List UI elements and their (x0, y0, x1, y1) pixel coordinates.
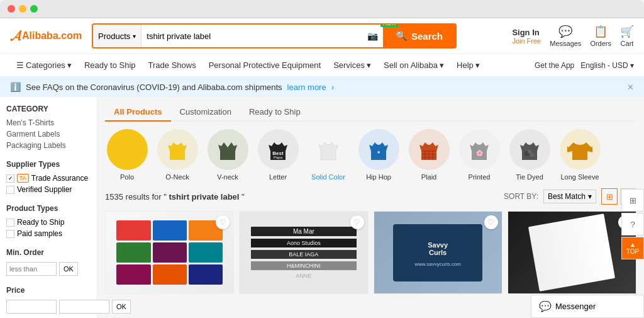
float-help-button[interactable]: ? (621, 213, 644, 236)
cart-icon: 🛒 (620, 25, 634, 38)
search-button[interactable]: 🔍 Search (383, 25, 455, 47)
verified-supplier-checkbox[interactable] (6, 186, 14, 194)
nav-categories-label: Categories (26, 60, 65, 70)
language-selector[interactable]: English - USD ▾ (580, 61, 634, 70)
covid-banner: ℹ️ See FAQs on the Coronavirus (COVID-19… (0, 77, 644, 97)
svg-text:🌸: 🌸 (476, 149, 484, 157)
category-plaid-label: Plaid (421, 173, 436, 181)
float-grid-button[interactable]: ⊞ (621, 189, 644, 212)
product-image: SavvyCurls www.savvycurls.com (374, 212, 502, 293)
sidebar-packaging-labels[interactable]: Packaging Labels (6, 141, 91, 150)
category-oneck-label: O-Neck (165, 173, 189, 181)
category-longsleeve[interactable]: Long Sleeve (558, 129, 602, 181)
join-free-label: Join Free (512, 37, 541, 45)
product-card[interactable]: Ma Mar Aono Studios BALE IAGA H&MINCHINI… (239, 211, 368, 294)
banner-learn-more-link[interactable]: learn more (287, 82, 326, 92)
category-printed-circle: 🌸 (459, 129, 500, 170)
min-order-input[interactable] (6, 262, 57, 276)
tab-all-products[interactable]: All Products (105, 103, 171, 122)
search-dropdown[interactable]: Products ▾ (93, 25, 142, 47)
window-close-dot[interactable] (8, 5, 15, 13)
min-order-section: Min. Order OK (6, 248, 91, 276)
messages-button[interactable]: 💬 Messages (550, 25, 581, 47)
logo-area[interactable]: 𝓐 Alibaba.com (10, 28, 86, 44)
svg-point-12 (528, 150, 531, 154)
results-query: tshirt private label (169, 192, 239, 202)
nav-bar: ☰ Categories ▾ Ready to Ship Trade Shows… (0, 54, 644, 77)
messenger-bar[interactable]: 💬 Messenger (531, 295, 644, 318)
banner-close-button[interactable]: ✕ (627, 82, 634, 92)
paid-samples-checkbox[interactable] (6, 230, 14, 238)
header: 𝓐 Alibaba.com Products ▾ 📷 NEW 🔍 Search … (0, 18, 644, 54)
category-vneck-label: V-neck (217, 173, 238, 181)
nav-sell-label: Sell on Alibaba (384, 60, 438, 70)
nav-help[interactable]: Help ▾ (450, 54, 486, 77)
category-vneck[interactable]: V-neck (206, 129, 250, 181)
nav-help-label: Help (457, 60, 474, 70)
tab-ready-to-ship[interactable]: Ready to Ship (240, 103, 309, 122)
nav-services[interactable]: Services ▾ (327, 54, 377, 77)
product-card[interactable]: ♡ (105, 211, 234, 294)
float-top-button[interactable]: ▲ TOP (621, 237, 644, 259)
paid-samples-filter[interactable]: Paid samples (6, 229, 91, 238)
product-card[interactable]: ♡ (508, 211, 636, 294)
nav-ppe[interactable]: Personal Protective Equipment (203, 54, 327, 77)
category-polo[interactable]: Polo (105, 129, 149, 181)
nav-trade-shows[interactable]: Trade Shows (142, 54, 203, 77)
results-header: 1535 results for " tshirt private label … (105, 188, 636, 205)
sidebar-mens-tshirts[interactable]: Men's T-Shirts (6, 118, 91, 127)
wishlist-button[interactable]: ♡ (484, 215, 498, 229)
nav-categories[interactable]: ☰ Categories ▾ (10, 54, 78, 77)
ready-to-ship-checkbox[interactable] (6, 219, 14, 227)
window-chrome (0, 0, 644, 18)
category-printed-label: Printed (469, 173, 491, 181)
verified-supplier-filter[interactable]: Verified Supplier (6, 185, 91, 194)
sign-in-area[interactable]: Sign In Join Free (512, 28, 541, 45)
search-input[interactable] (142, 25, 362, 47)
sidebar-garment-labels[interactable]: Garment Labels (6, 130, 91, 139)
right-float-buttons: ⊞ ? ▲ TOP (621, 189, 644, 259)
nav-services-label: Services (333, 60, 365, 70)
camera-icon[interactable]: 📷 (362, 31, 383, 41)
category-tiedyed-label: Tie Dyed (516, 173, 543, 181)
category-oneck[interactable]: O-Neck (155, 129, 199, 181)
alibaba-logo-icon: 𝓐 (10, 28, 21, 44)
ready-to-ship-filter[interactable]: Ready to Ship (6, 218, 91, 227)
nav-sell-on-alibaba[interactable]: Sell on Alibaba ▾ (377, 54, 450, 77)
get-app-link[interactable]: Get the App (535, 61, 574, 70)
tab-customization[interactable]: Customization (171, 103, 240, 122)
product-image (106, 212, 233, 293)
menu-icon: ☰ (16, 60, 24, 70)
info-icon: ℹ️ (10, 82, 21, 92)
trade-assurance-filter[interactable]: ✓ TA Trade Assurance (6, 174, 91, 183)
cart-button[interactable]: 🛒 Cart (620, 25, 634, 47)
category-solid-color[interactable]: Solid Color (306, 129, 350, 181)
search-dropdown-label: Products (98, 31, 130, 41)
category-plaid[interactable]: Plaid (407, 129, 451, 181)
product-card[interactable]: SavvyCurls www.savvycurls.com ♡ (374, 211, 502, 294)
trade-assurance-checkbox[interactable]: ✓ (6, 174, 14, 183)
category-letter[interactable]: Best Papa Letter (256, 129, 300, 181)
category-section-title: CATEGORY (6, 105, 91, 113)
orders-button[interactable]: 📋 Orders (590, 25, 611, 47)
window-minimize-dot[interactable] (19, 5, 26, 13)
wishlist-button[interactable]: ♡ (350, 215, 364, 229)
nav-right: Get the App English - USD ▾ (535, 61, 634, 70)
trade-assurance-label: Trade Assurance (31, 174, 88, 183)
price-min-input[interactable] (6, 300, 57, 314)
category-hiphop[interactable]: ★ Hip Hop (357, 129, 401, 181)
grid-view-button[interactable]: ⊞ (601, 188, 618, 205)
price-title: Price (6, 286, 91, 295)
tabs: All Products Customization Ready to Ship (105, 103, 636, 122)
min-order-ok-button[interactable]: OK (59, 262, 78, 276)
sort-select[interactable]: Best Match ▾ (543, 190, 596, 203)
window-maximize-dot[interactable] (30, 5, 38, 13)
header-actions: Sign In Join Free 💬 Messages 📋 Orders 🛒 … (512, 25, 634, 47)
sort-label: SORT BY: (504, 192, 538, 201)
category-tiedyed[interactable]: Tie Dyed (508, 129, 552, 181)
chevron-down-icon: ▾ (630, 61, 634, 70)
messenger-icon: 💬 (539, 300, 552, 312)
category-longsleeve-circle (560, 129, 601, 170)
category-printed[interactable]: 🌸 Printed (457, 129, 501, 181)
nav-ready-to-ship[interactable]: Ready to Ship (78, 54, 142, 77)
